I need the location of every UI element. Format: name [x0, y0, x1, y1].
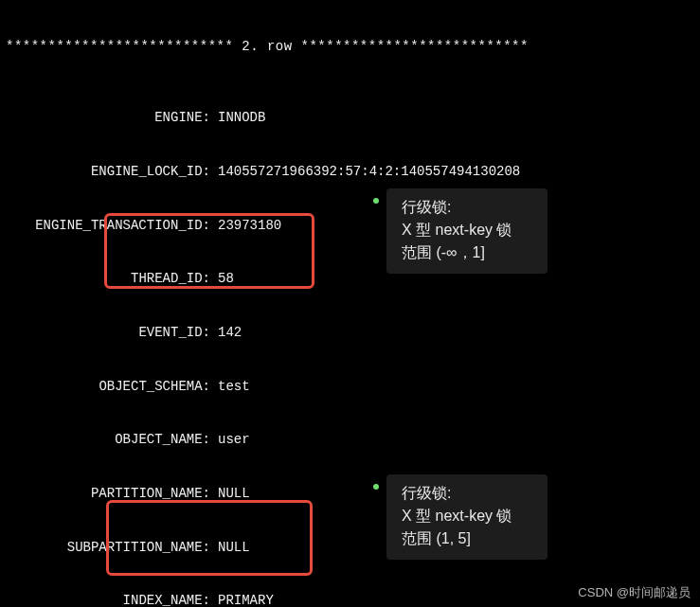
row-separator-2: *************************** 2. row *****…: [0, 38, 700, 56]
field-engine-transaction-id: ENGINE_TRANSACTION_ID:23973180: [0, 217, 700, 235]
field-value: PRIMARY: [210, 592, 274, 607]
field-partition-name: PARTITION_NAME:NULL: [0, 485, 700, 503]
field-label: ENGINE_TRANSACTION_ID:: [0, 217, 210, 235]
field-value: NULL: [210, 485, 250, 503]
annotation-2: 行级锁: X 型 next-key 锁 范围 (1, 5]: [386, 474, 547, 560]
field-subpartition-name: SUBPARTITION_NAME:NULL: [0, 539, 700, 557]
field-value: test: [210, 378, 250, 396]
annotation-1: 行级锁: X 型 next-key 锁 范围 (-∞，1]: [386, 188, 547, 274]
field-label: OBJECT_SCHEMA:: [0, 378, 210, 396]
field-label: ENGINE:: [0, 109, 210, 127]
field-value: 140557271966392:57:4:2:140557494130208: [210, 163, 520, 181]
field-label: THREAD_ID:: [0, 270, 210, 288]
annotation-line: 范围 (-∞，1]: [402, 241, 536, 264]
field-value: 58: [210, 270, 234, 288]
field-value: INNODB: [210, 109, 265, 127]
annotation-line: 行级锁:: [402, 482, 536, 505]
field-object-schema: OBJECT_SCHEMA:test: [0, 378, 700, 396]
field-label: INDEX_NAME:: [0, 592, 210, 607]
field-label: EVENT_ID:: [0, 324, 210, 342]
watermark: CSDN @时间邮递员: [578, 584, 691, 601]
field-value: user: [210, 431, 250, 449]
field-label: ENGINE_LOCK_ID:: [0, 163, 210, 181]
annotation-line: 范围 (1, 5]: [402, 527, 536, 550]
field-object-name: OBJECT_NAME:user: [0, 431, 700, 449]
terminal-output: *************************** 2. row *****…: [0, 0, 700, 607]
field-event-id: EVENT_ID:142: [0, 324, 700, 342]
field-engine-lock-id: ENGINE_LOCK_ID:140557271966392:57:4:2:14…: [0, 163, 700, 181]
annotation-line: 行级锁:: [402, 196, 536, 219]
field-label: PARTITION_NAME:: [0, 485, 210, 503]
annotation-line: X 型 next-key 锁: [402, 505, 536, 527]
field-value: NULL: [210, 539, 250, 557]
field-label: SUBPARTITION_NAME:: [0, 539, 210, 557]
field-value: 23973180: [210, 217, 281, 235]
field-engine: ENGINE:INNODB: [0, 109, 700, 127]
field-thread-id: THREAD_ID:58: [0, 270, 700, 288]
field-value: 142: [210, 324, 242, 342]
field-label: OBJECT_NAME:: [0, 431, 210, 449]
annotation-line: X 型 next-key 锁: [402, 219, 536, 241]
